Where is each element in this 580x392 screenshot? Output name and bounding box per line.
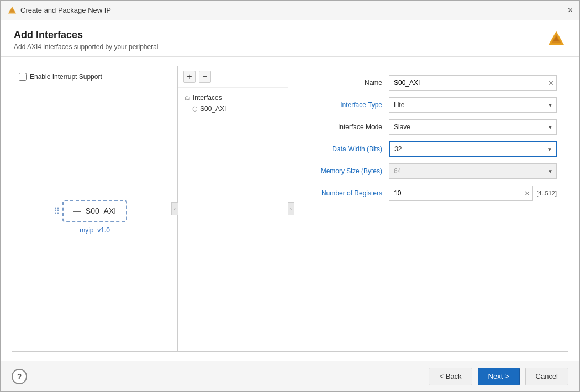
data-width-label: Data Width (Bits)	[299, 145, 382, 153]
footer: ? < Back Next > Cancel	[1, 361, 579, 391]
interface-mode-select-wrapper[interactable]: Slave ▼ Slave Master	[389, 119, 557, 135]
ip-block-minus-icon: —	[73, 206, 81, 215]
memory-size-label: Memory Size (Bytes)	[299, 167, 382, 175]
tree-root-item[interactable]: 🗂 Interfaces	[182, 92, 283, 103]
interrupt-checkbox[interactable]	[19, 73, 27, 81]
interface-type-row: Interface Type Lite ▼ Lite Full Stream	[299, 97, 557, 113]
dialog-window: Create and Package New IP × Add Interfac…	[0, 0, 580, 392]
name-input-wrapper[interactable]: ✕	[389, 75, 557, 91]
tree-child-icon: ⬡	[192, 105, 198, 113]
remove-interface-button[interactable]: −	[199, 71, 211, 83]
collapse-left-handle[interactable]: ‹	[171, 202, 178, 215]
page-header: Add Interfaces Add AXI4 interfaces suppo…	[1, 20, 579, 57]
right-panel: Name ✕ Interface Type Lite ▼ Lite Full	[288, 66, 568, 351]
diagram-area: ⠿ — S00_AXI myip_v1.0	[19, 89, 171, 345]
interrupt-checkbox-label: Enable Interrupt Support	[30, 73, 102, 81]
memory-size-select-wrapper[interactable]: 64 ▼ 64	[389, 163, 557, 179]
app-logo-icon	[7, 6, 17, 15]
title-bar-left: Create and Package New IP	[7, 6, 111, 15]
left-panel: Enable Interrupt Support ⠿ — S00_AXI	[12, 66, 178, 351]
data-width-row: Data Width (Bits) 32 ▼ 32 64 128 256	[299, 141, 557, 157]
header-text: Add Interfaces Add AXI4 interfaces suppo…	[14, 29, 159, 51]
tree-child-label: S00_AXI	[200, 105, 226, 113]
header-logo	[546, 29, 566, 51]
interface-type-select-wrapper[interactable]: Lite ▼ Lite Full Stream	[389, 97, 557, 113]
vivado-logo-icon	[546, 29, 566, 49]
ip-block-name: S00_AXI	[86, 206, 116, 215]
num-registers-label: Number of Registers	[299, 189, 382, 197]
tree-child-item[interactable]: ⬡ S00_AXI	[182, 103, 283, 114]
footer-right: < Back Next > Cancel	[429, 368, 568, 385]
cancel-button[interactable]: Cancel	[525, 368, 568, 385]
ip-block-container: ⠿ — S00_AXI myip_v1.0	[62, 200, 127, 234]
middle-toolbar: + −	[178, 66, 288, 88]
main-content: Enable Interrupt Support ⠿ — S00_AXI	[1, 57, 579, 361]
page-title: Add Interfaces	[14, 29, 159, 41]
memory-size-row: Memory Size (Bytes) 64 ▼ 64	[299, 163, 557, 179]
num-registers-input[interactable]	[389, 186, 532, 200]
window-title: Create and Package New IP	[20, 6, 111, 14]
name-input[interactable]	[389, 76, 556, 90]
tree-root-label: Interfaces	[193, 94, 222, 102]
interrupt-checkbox-row[interactable]: Enable Interrupt Support	[19, 73, 102, 81]
num-registers-input-wrapper[interactable]: ✕	[389, 186, 533, 201]
back-button[interactable]: < Back	[429, 368, 472, 385]
panels-container: Enable Interrupt Support ⠿ — S00_AXI	[12, 66, 568, 352]
ip-block-label: myip_v1.0	[80, 226, 110, 234]
close-button[interactable]: ×	[568, 6, 573, 15]
ip-block[interactable]: ⠿ — S00_AXI	[62, 200, 127, 222]
num-registers-clear-icon[interactable]: ✕	[524, 189, 530, 198]
title-bar: Create and Package New IP ×	[1, 1, 579, 20]
name-clear-icon[interactable]: ✕	[548, 79, 554, 87]
name-label: Name	[299, 79, 382, 87]
collapse-right-handle[interactable]: ›	[288, 202, 294, 215]
footer-left: ?	[12, 369, 27, 384]
page-subtitle: Add AXI4 interfaces supported by your pe…	[14, 43, 159, 51]
num-registers-range: [4..512]	[536, 190, 557, 197]
tree-root-icon: 🗂	[184, 94, 191, 101]
interfaces-tree: 🗂 Interfaces ⬡ S00_AXI	[178, 88, 288, 351]
ip-block-port-indicators: ⠿	[54, 206, 60, 216]
interface-mode-row: Interface Mode Slave ▼ Slave Master	[299, 119, 557, 135]
add-interface-button[interactable]: +	[183, 71, 196, 83]
help-button[interactable]: ?	[12, 369, 27, 384]
interface-type-label: Interface Type	[299, 101, 382, 109]
num-registers-row: Number of Registers ✕ [4..512]	[299, 186, 557, 201]
next-button[interactable]: Next >	[478, 368, 520, 385]
interface-mode-label: Interface Mode	[299, 123, 382, 131]
data-width-select-wrapper[interactable]: 32 ▼ 32 64 128 256	[389, 141, 557, 157]
middle-panel: ‹ + − 🗂 Interfaces ⬡ S00_AXI ›	[178, 66, 288, 351]
name-row: Name ✕	[299, 75, 557, 91]
